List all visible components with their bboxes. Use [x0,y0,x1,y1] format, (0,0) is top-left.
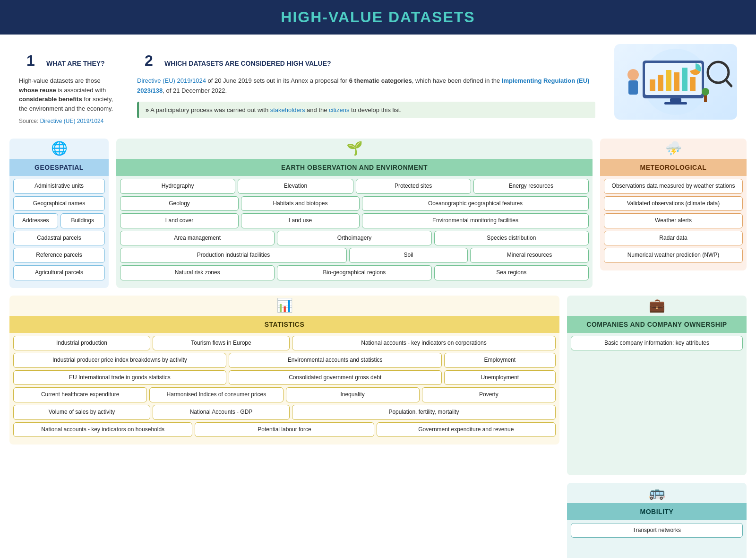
top-section: 1 WHAT ARE THEY? High-value datasets are… [0,35,756,134]
earth-row-6: Natural risk zones Bio-geographical regi… [120,265,589,280]
geo-row-6: Agricultural parcels [13,265,105,280]
mobility-items: Transport networks [567,520,747,541]
list-item: Weather alerts [604,213,743,228]
svg-rect-7 [682,68,687,91]
list-item: Elevation [238,179,353,194]
list-item: Industrial producer price index breakdow… [13,353,226,368]
earth-row-4: Area management Orthoimagery Species dis… [120,231,589,246]
meteo-row-1: Observations data measured by weather st… [604,179,743,194]
stakeholders-link[interactable]: stakeholders [270,106,305,113]
list-item: Tourism flows in Europe [153,336,290,351]
svg-rect-4 [658,75,663,91]
highlight-box: » A participatory process was carried ou… [137,102,595,118]
earth-row-5: Production industrial facilities Soil Mi… [120,248,589,263]
list-item: Energy resources [473,179,589,194]
section1-source-link[interactable]: Directive (UE) 2019/1024 [40,118,104,124]
list-item: Inequality [286,387,420,402]
section1-description: High-value datasets are those whose reus… [19,76,118,113]
earth-obs-icon: 🌱 [116,140,593,156]
list-item: Population, fertility, mortality [292,405,556,420]
svg-rect-6 [674,72,679,91]
list-item: Mineral resources [470,248,589,263]
list-item: Land cover [120,213,239,228]
svg-line-15 [726,80,731,86]
citizens-link[interactable]: citizens [329,106,349,113]
category-meteorological: ⛈️ METEOROLOGICAL Observations data meas… [600,139,747,270]
geo-row-2: Geographical names [13,196,105,211]
meteo-row-2: Validated observations (climate data) [604,196,743,211]
mobility-header: MOBILITY [567,503,747,520]
stats-row-3: EU International trade in goods statisti… [13,370,556,385]
stats-items: Industrial production Tourism flows in E… [9,333,559,440]
list-item: Buildings [60,213,105,228]
mobility-row-1: Transport networks [571,523,743,538]
list-item: Geology [120,196,239,211]
companies-header: COMPANIES AND COMPANY OWNERSHIP [567,316,747,333]
list-item: Orthoimagery [277,231,431,246]
right-column: 💼 COMPANIES AND COMPANY OWNERSHIP Basic … [567,296,747,558]
svg-point-17 [702,88,709,96]
category-statistics: 📊 STATISTICS Industrial production Touri… [9,296,559,445]
directive-link[interactable]: Directive (EU) 2019/1024 [137,77,206,84]
meteo-row-4: Radar data [604,231,743,246]
categories-row-1: 🌐 GEOESPATIAL Administrative units Geogr… [9,139,747,288]
list-item: National accounts - key indicators on ho… [13,422,192,437]
geoespatial-items: Administrative units Geographical names … [9,176,109,283]
svg-rect-10 [664,102,687,105]
section1-number: 1 [19,49,43,72]
list-item: Hydrography [120,179,235,194]
geoespatial-icon: 🌐 [9,140,109,156]
stats-row-2: Industrial producer price index breakdow… [13,353,556,368]
list-item: Oceanographic geographical features [362,196,589,211]
list-item: Reference parcels [13,248,105,263]
section2-number: 2 [137,49,161,72]
earth-row-1: Hydrography Elevation Protected sites En… [120,179,589,194]
list-item: Employment [444,353,556,368]
list-item: Radar data [604,231,743,246]
meteo-row-5: Numerical weather prediction (NWP) [604,248,743,263]
list-item: Sea regions [434,265,589,280]
category-mobility: 🚌 MOBILITY Transport networks [567,483,747,558]
category-geoespatial: 🌐 GEOESPATIAL Administrative units Geogr… [9,139,109,288]
list-item: Harmonised Indices of consumer prices [149,387,283,402]
illustration-area [610,44,742,120]
list-item: Geographical names [13,196,105,211]
list-item: Administrative units [13,179,105,194]
earth-row-2: Geology Habitats and biotopes Oceanograp… [120,196,589,211]
category-earth-observation: 🌱 EARTH OBSERVATION AND ENVIRONMENT Hydr… [116,139,593,288]
meteo-row-3: Weather alerts [604,213,743,228]
companies-icon: 💼 [567,297,747,313]
svg-point-11 [627,69,639,80]
companies-items: Basic company information: key attribute… [567,333,747,354]
list-item: Addresses [13,213,58,228]
svg-rect-12 [628,80,638,95]
list-item: Environmental monitoring facilities [362,213,589,228]
title-part1: HIGH-VALUE [281,9,388,26]
list-item: Validated observations (climate data) [604,196,743,211]
list-item: Agricultural parcels [13,265,105,280]
page-title: HIGH-VALUE DATASETS [0,9,756,26]
meteo-header: METEOROLOGICAL [600,159,747,176]
list-item: Area management [120,231,275,246]
geo-row-5: Reference parcels [13,248,105,263]
svg-rect-3 [650,79,655,91]
geo-row-1: Administrative units [13,179,105,194]
earth-obs-items: Hydrography Elevation Protected sites En… [116,176,593,283]
page-header: HIGH-VALUE DATASETS [0,0,756,35]
list-item: Cadastral parcels [13,231,105,246]
earth-obs-header: EARTH OBSERVATION AND ENVIRONMENT [116,159,593,176]
geo-row-3: Addresses Buildings [13,213,105,228]
meteo-icon: ⛈️ [600,140,747,156]
list-item: Poverty [422,387,556,402]
list-item: Natural risk zones [120,265,275,280]
stats-row-6: National accounts - key indicators on ho… [13,422,556,437]
svg-rect-9 [670,98,681,102]
geoespatial-header: GEOESPATIAL [9,159,109,176]
stats-row-4: Current healthcare expenditure Harmonise… [13,387,556,402]
stats-row-1: Industrial production Tourism flows in E… [13,336,556,351]
list-item: Habitats and biotopes [241,196,360,211]
list-item: Industrial production [13,336,150,351]
svg-rect-8 [690,77,696,91]
section2-title: WHICH DATASETS ARE CONSIDERED HIGH VALUE… [164,60,331,67]
section-what-are-they: 1 WHAT ARE THEY? High-value datasets are… [14,44,123,129]
